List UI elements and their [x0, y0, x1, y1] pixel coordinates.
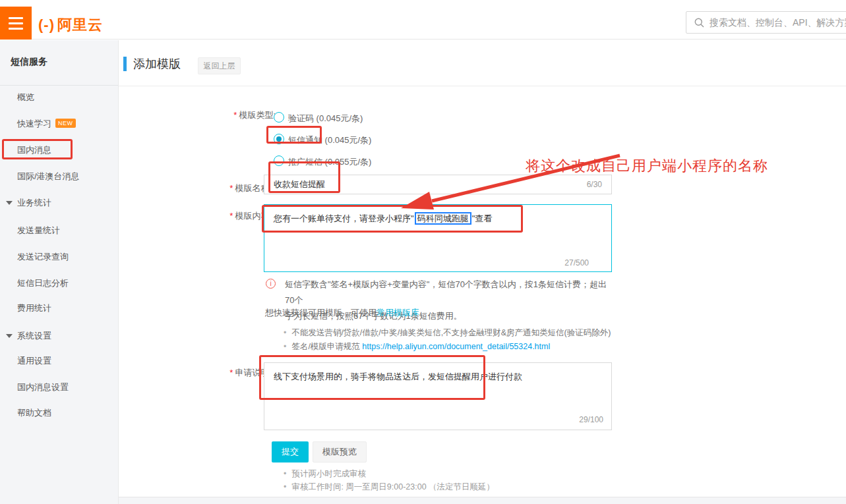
hamburger-icon — [9, 17, 23, 19]
template-name-input[interactable]: 收款短信提醒 6/30 — [264, 175, 612, 194]
caret-down-icon — [6, 334, 13, 338]
radio-sms-notification-label[interactable]: 短信通知 (0.045元/条) — [288, 134, 371, 146]
hamburger-menu-button[interactable] — [0, 7, 32, 40]
sidebar-item-sms-log-analysis[interactable]: 短信日志分析 — [0, 277, 118, 292]
apply-note-value: 线下支付场景用的，骑手将物品送达后，发短信提醒用户进行付款 — [274, 371, 522, 383]
apply-note-textarea[interactable]: 线下支付场景用的，骑手将物品送达后，发短信提醒用户进行付款 29/100 — [264, 362, 612, 430]
template-name-value: 收款短信提醒 — [274, 175, 325, 194]
sidebar-item-domestic-messages[interactable]: 国内消息 — [0, 144, 118, 159]
title-accent-bar — [123, 57, 127, 71]
aliyun-logo-icon: (-) — [38, 16, 55, 33]
sidebar-item-general-settings[interactable]: 通用设置 — [0, 355, 118, 370]
template-content-textarea[interactable]: 您有一个账单待支付，请登录小程序"码科同城跑腿"查看 27/500 — [264, 204, 612, 272]
radio-sms-notification[interactable] — [274, 134, 284, 144]
title-divider — [119, 86, 846, 86]
sidebar-item-cost-stats[interactable]: 费用统计 — [0, 302, 118, 317]
sidebar-item-domestic-msg-settings[interactable]: 国内消息设置 — [0, 381, 118, 396]
submit-button[interactable]: 提交 — [272, 441, 309, 462]
template-content-counter: 27/500 — [564, 258, 589, 267]
radio-verification-code-label[interactable]: 验证码 (0.045元/条) — [288, 113, 363, 125]
global-search[interactable] — [686, 11, 846, 34]
content-text-suffix: "查看 — [472, 213, 493, 223]
sidebar: 短信服务 概览 快速学习NEW 国内消息 国际/港澳台消息 业务统计 发送量统计… — [0, 40, 119, 504]
info-icon — [266, 279, 276, 289]
review-note: 审核工作时间: 周一至周日9:00-23:00 （法定节日顺延） — [284, 482, 495, 493]
page-title: 添加模版 — [133, 56, 181, 72]
aliyun-logo[interactable]: (-)阿里云 — [38, 15, 103, 35]
quick-tip: 想快速获得可用模版，可使用常用模版库 — [265, 307, 419, 319]
apply-note-counter: 29/100 — [579, 415, 603, 424]
radio-promotional-sms-label[interactable]: 推广短信 (0.055元/条) — [288, 156, 371, 168]
template-spec-link[interactable]: https://help.aliyun.com/document_detail/… — [362, 342, 550, 351]
new-badge: NEW — [55, 119, 76, 128]
caret-down-icon — [6, 201, 13, 205]
bottom-strip — [119, 497, 846, 504]
template-content-label: *模版内容: — [186, 210, 272, 222]
sidebar-product-title: 短信服务 — [11, 56, 47, 68]
sidebar-item-intl-messages[interactable]: 国际/港澳台消息 — [0, 171, 118, 185]
sidebar-item-send-records[interactable]: 发送记录查询 — [0, 251, 118, 266]
rule-item: 不能发送营销/贷款/借款/中奖/抽奖类短信,不支持金融理财&房产通知类短信(验证… — [284, 327, 611, 339]
apply-note-label: *申请说明: — [186, 367, 272, 379]
review-note: 预计两小时完成审核 — [284, 468, 366, 480]
rule-item: 签名/模版申请规范 https://help.aliyun.com/docume… — [284, 341, 550, 352]
template-name-counter: 6/30 — [587, 175, 602, 194]
sidebar-item-quick-learn[interactable]: 快速学习NEW — [0, 118, 118, 132]
template-preview-button[interactable]: 模版预览 — [313, 441, 367, 462]
common-template-library-link[interactable]: 常用模版库 — [377, 308, 419, 318]
content-text-prefix: 您有一个账单待支付，请登录小程序" — [274, 213, 414, 223]
radio-promotional-sms[interactable] — [274, 155, 284, 166]
content-highlight-miniapp-name: 码科同城跑腿 — [415, 212, 471, 225]
search-input[interactable] — [710, 17, 846, 28]
sidebar-item-overview[interactable]: 概览 — [0, 92, 118, 106]
sidebar-item-send-volume[interactable]: 发送量统计 — [0, 225, 118, 239]
search-icon — [694, 18, 704, 28]
sidebar-item-help-docs[interactable]: 帮助文档 — [0, 407, 118, 422]
radio-verification-code[interactable] — [274, 112, 284, 123]
template-type-label: *模版类型: — [190, 109, 276, 121]
template-name-label: *模版名称: — [186, 182, 272, 194]
sidebar-group-system-settings[interactable]: 系统设置 — [0, 330, 118, 345]
back-button[interactable]: 返回上层 — [198, 57, 241, 74]
top-header: (-)阿里云 — [0, 0, 846, 40]
sidebar-divider — [0, 85, 118, 86]
aliyun-logo-text: 阿里云 — [57, 16, 103, 33]
sidebar-group-business-stats[interactable]: 业务统计 — [0, 197, 118, 211]
